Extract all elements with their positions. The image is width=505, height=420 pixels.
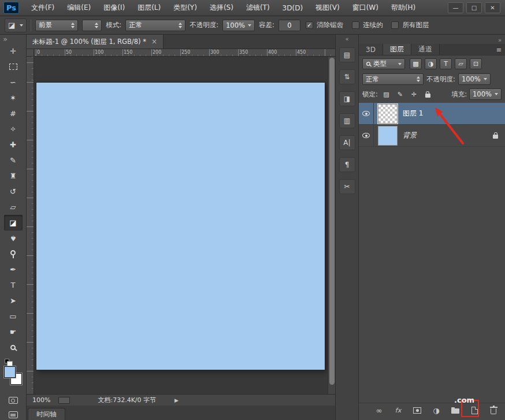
paint-bucket-tool[interactable]: ◪	[4, 215, 23, 231]
quick-mask-button[interactable]	[9, 397, 18, 404]
status-popup-icon[interactable]	[58, 397, 70, 404]
menu-item[interactable]: 3D(D)	[276, 0, 309, 16]
screen-mode-button[interactable]	[9, 411, 18, 418]
lock-position-button[interactable]: ✛	[409, 90, 419, 99]
paragraph-panel-button[interactable]: ¶	[339, 157, 355, 172]
timeline-tab[interactable]: 时间轴	[28, 408, 65, 420]
fill-source-select[interactable]: 前景	[35, 20, 78, 31]
panel-tab-layers[interactable]: 图层	[383, 44, 411, 55]
zoom-tool[interactable]	[4, 340, 23, 355]
status-flyout-button[interactable]: ▶	[174, 396, 179, 404]
layer-row[interactable]: 背景	[359, 125, 505, 147]
layer-row[interactable]: 图层 1	[359, 103, 505, 125]
opacity-select[interactable]: 100%	[222, 20, 255, 31]
tolerance-input[interactable]: 0	[279, 20, 300, 31]
properties-panel-button[interactable]: ⇅	[339, 69, 355, 84]
menu-item[interactable]: 类型(Y)	[167, 0, 203, 16]
pen-tool[interactable]: ✒	[4, 262, 23, 277]
scrollbar-thumb[interactable]	[329, 58, 335, 385]
menu-item[interactable]: 滤镜(T)	[240, 0, 276, 16]
layer-visibility-toggle[interactable]	[359, 125, 374, 146]
clone-stamp-tool[interactable]: ♜	[4, 168, 23, 184]
type-tool[interactable]: T	[4, 277, 23, 293]
layer-thumbnail[interactable]	[378, 104, 398, 124]
expand-panels-button[interactable]: «	[336, 35, 358, 44]
layer-comps-panel-button[interactable]: ▥	[339, 113, 355, 128]
layer-styles-button[interactable]: fx	[392, 404, 404, 416]
close-button[interactable]: ✕	[485, 2, 500, 13]
history-brush-tool[interactable]: ↺	[4, 184, 23, 199]
adjustment-layer-button[interactable]: ◑	[430, 404, 443, 416]
checkbox-1[interactable]	[352, 21, 359, 29]
menu-item[interactable]: 帮助(H)	[385, 0, 422, 16]
new-group-icon	[451, 408, 459, 414]
menu-item[interactable]: 选择(S)	[203, 0, 240, 16]
lasso-tool[interactable]: ∽	[4, 75, 23, 90]
checkbox-2[interactable]	[391, 21, 399, 29]
character-panel-button[interactable]: A|	[339, 135, 355, 150]
smart-filter-button[interactable]: ⊡	[470, 58, 482, 69]
move-tool[interactable]: ✛	[4, 43, 23, 59]
pixel-filter-button[interactable]: ▩	[410, 58, 422, 69]
menu-item[interactable]: 窗口(W)	[346, 0, 385, 16]
menu-item[interactable]: 编辑(E)	[61, 0, 97, 16]
pattern-select[interactable]	[82, 20, 102, 31]
layer-opacity-select[interactable]: 100%	[458, 73, 491, 85]
adjustment-filter-icon: ◑	[428, 61, 434, 67]
blend-mode-select[interactable]: 正常	[362, 73, 424, 85]
minimize-button[interactable]: —	[448, 2, 463, 13]
menu-item[interactable]: 文件(F)	[25, 0, 61, 16]
adjustments-panel-button[interactable]: ◨	[339, 91, 355, 106]
hand-tool[interactable]: ☛	[4, 324, 23, 340]
layer-visibility-toggle[interactable]	[359, 103, 374, 124]
vertical-scrollbar[interactable]	[328, 57, 335, 394]
adjustment-filter-button[interactable]: ◑	[425, 58, 437, 69]
layer-mask-button[interactable]	[411, 404, 424, 416]
tab-close-icon[interactable]: ×	[151, 38, 157, 46]
lock-pixels-button[interactable]: ✎	[395, 90, 405, 99]
fill-select[interactable]: 100%	[469, 88, 502, 100]
foreground-color-swatch[interactable]	[4, 366, 16, 378]
brush-tool[interactable]: ✎	[4, 153, 23, 168]
eyedropper-tool[interactable]: ✧	[4, 121, 23, 137]
dodge-tool[interactable]	[4, 246, 23, 262]
spot-healing-tool[interactable]: ✚	[4, 137, 23, 153]
rectangular-marquee-tool[interactable]	[4, 59, 23, 75]
maximize-button[interactable]: □	[466, 2, 482, 13]
panel-tab-3d[interactable]: 3D	[359, 44, 383, 55]
tool-preset-picker[interactable]: ◪	[5, 18, 27, 32]
checkbox-0[interactable]: ✓	[306, 21, 313, 29]
zoom-level-field[interactable]: 100%	[32, 396, 50, 404]
layer-styles-icon: fx	[395, 407, 401, 414]
canvas[interactable]	[36, 82, 325, 370]
clone-source-panel-button[interactable]: ✂	[339, 179, 355, 194]
collapse-panels-button[interactable]: »	[498, 36, 502, 44]
blur-tool[interactable]: ♠	[4, 231, 23, 246]
shape-filter-button[interactable]: ▱	[455, 58, 467, 69]
tools-collapse-button[interactable]: »	[0, 35, 26, 43]
mode-select[interactable]: 正常	[125, 20, 185, 31]
menu-item[interactable]: 视图(V)	[309, 0, 346, 16]
document-title: 未标题-1 @ 100% (图层 1, RGB/8) *	[32, 38, 146, 46]
layer-thumbnail[interactable]	[378, 126, 398, 146]
crop-tool[interactable]: #	[4, 106, 23, 121]
menu-item[interactable]: 图像(I)	[97, 0, 131, 16]
new-group-button[interactable]	[449, 404, 462, 416]
type-filter-button[interactable]: T	[440, 58, 452, 69]
panel-tab-channels[interactable]: 通道	[411, 44, 440, 55]
link-layers-button[interactable]: ∞	[373, 404, 385, 416]
photoshop-logo: Ps	[3, 2, 19, 14]
menu-item[interactable]: 图层(L)	[131, 0, 167, 16]
document-tab[interactable]: 未标题-1 @ 100% (图层 1, RGB/8) * ×	[27, 35, 164, 49]
panel-menu-icon[interactable]: ≡	[496, 46, 502, 54]
rectangle-shape-tool[interactable]: ▭	[4, 309, 23, 324]
quick-selection-tool[interactable]: ✶	[4, 90, 23, 106]
history-panel-button[interactable]: ▤	[339, 47, 355, 62]
eraser-tool[interactable]: ▱	[4, 199, 23, 215]
lock-transparency-button[interactable]: ▨	[381, 90, 391, 99]
filter-type-select[interactable]: 类型	[362, 58, 405, 69]
delete-layer-button[interactable]	[487, 404, 500, 416]
path-selection-tool[interactable]: ➤	[4, 293, 23, 309]
lock-all-button[interactable]	[423, 90, 433, 99]
default-colors-icon[interactable]	[5, 359, 9, 363]
